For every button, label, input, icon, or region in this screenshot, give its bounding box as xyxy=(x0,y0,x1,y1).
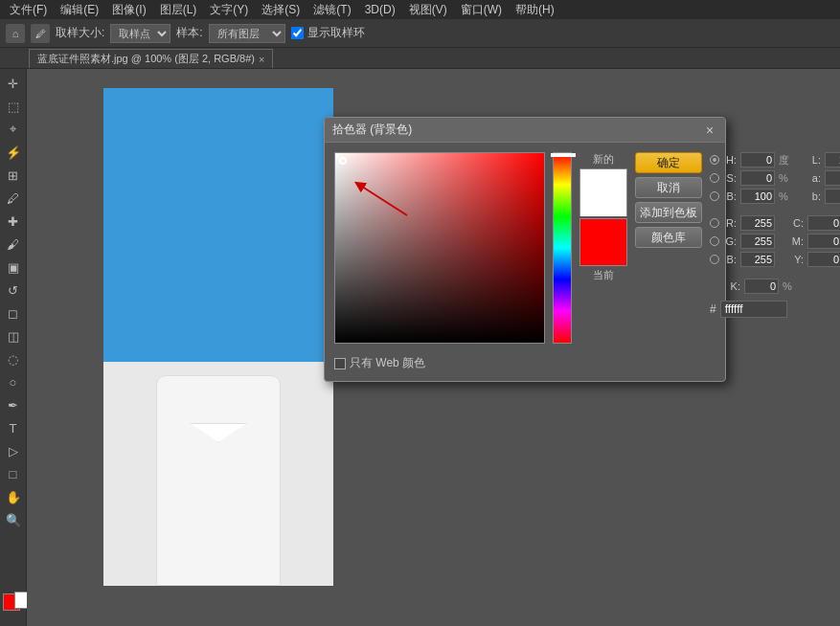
dialog-body: 只有 Web 颜色 新的 当前 确定 xyxy=(325,143,725,381)
a-label: a: xyxy=(807,172,821,184)
c-input[interactable] xyxy=(807,215,840,231)
eyedropper-tool[interactable]: 🖊 xyxy=(3,188,24,209)
show-ring-checkbox[interactable]: 显示取样环 xyxy=(291,25,365,41)
sat-input[interactable] xyxy=(740,170,775,186)
tab-close[interactable]: × xyxy=(259,54,264,65)
hue-radio[interactable] xyxy=(710,155,719,165)
y-input[interactable] xyxy=(807,252,840,267)
spectrum-bar[interactable] xyxy=(553,152,572,344)
color-swatches xyxy=(3,590,24,622)
tool-size-select[interactable]: 取样点 xyxy=(110,24,170,43)
k-input[interactable] xyxy=(744,279,779,294)
cancel-button[interactable]: 取消 xyxy=(635,177,702,198)
color-gradient-picker[interactable] xyxy=(334,152,545,344)
blue-row: B: Y: % xyxy=(710,252,840,267)
eraser-tool[interactable]: ◻ xyxy=(3,302,24,324)
web-safe-checkbox[interactable] xyxy=(334,358,346,369)
green-input[interactable] xyxy=(740,234,775,249)
new-color-label: 新的 xyxy=(593,152,614,167)
main-area: ✛ ⬚ ⌖ ⚡ ⊞ 🖊 ✚ 🖌 ▣ ↺ ◻ ◫ ◌ ○ ✒ T ▷ □ ✋ 🔍 xyxy=(0,69,840,626)
stamp-tool[interactable]: ▣ xyxy=(3,257,24,278)
dialog-close-button[interactable]: × xyxy=(702,123,717,138)
new-color-swatch xyxy=(579,168,627,216)
b3-input[interactable] xyxy=(825,189,840,204)
menu-help[interactable]: 帮助(H) xyxy=(510,0,560,20)
web-safe-label: 只有 Web 颜色 xyxy=(350,355,425,371)
r-label: R: xyxy=(723,217,737,229)
hex-input[interactable] xyxy=(720,301,787,318)
hue-input[interactable] xyxy=(740,152,775,168)
menu-text[interactable]: 文字(Y) xyxy=(204,0,254,20)
healing-tool[interactable]: ✚ xyxy=(3,211,24,232)
s-label: S: xyxy=(723,172,737,184)
menu-file[interactable]: 文件(F) xyxy=(4,0,53,20)
a-input[interactable] xyxy=(825,170,840,186)
text-tool[interactable]: T xyxy=(3,417,24,438)
red-row: R: C: % xyxy=(710,215,840,231)
dodge-tool[interactable]: ○ xyxy=(3,371,24,392)
marquee-tool[interactable]: ⬚ xyxy=(3,96,24,117)
web-safe-row: 只有 Web 颜色 xyxy=(334,355,545,371)
color-library-button[interactable]: 颜色库 xyxy=(635,227,702,248)
sample-select[interactable]: 所有图层 xyxy=(209,24,285,43)
tab-filename: 蓝底证件照素材.jpg @ 100% (图层 2, RGB/8#) xyxy=(37,52,255,66)
y-label: Y: xyxy=(790,254,804,265)
b-unit: % xyxy=(779,190,792,202)
canvas-area: 拾色器 (背景色) × xyxy=(27,69,840,626)
red-radio[interactable] xyxy=(710,218,719,228)
b-label: B: xyxy=(723,190,737,202)
color-picker-dialog[interactable]: 拾色器 (背景色) × xyxy=(324,117,726,382)
blue-input[interactable] xyxy=(740,252,775,267)
current-color-swatch xyxy=(579,218,627,266)
lasso-tool[interactable]: ⌖ xyxy=(3,119,24,140)
blur-tool[interactable]: ◌ xyxy=(3,348,24,369)
k-label: K: xyxy=(727,280,740,292)
brush-tool[interactable]: 🖌 xyxy=(3,234,24,255)
dialog-title-bar: 拾色器 (背景色) × xyxy=(325,118,725,143)
document-tab[interactable]: 蓝底证件照素材.jpg @ 100% (图层 2, RGB/8#) × xyxy=(29,49,273,68)
magic-wand-tool[interactable]: ⚡ xyxy=(3,142,24,163)
eyedropper-icon[interactable]: 🖉 xyxy=(31,24,50,43)
toolbar: ⌂ 🖉 取样大小: 取样点 样本: 所有图层 显示取样环 xyxy=(0,19,840,48)
blue-radio[interactable] xyxy=(710,255,719,264)
shape-tool[interactable]: □ xyxy=(3,463,24,484)
bright-radio[interactable] xyxy=(710,191,719,201)
menu-filter[interactable]: 滤镜(T) xyxy=(307,0,356,20)
m-input[interactable] xyxy=(807,234,840,249)
menu-edit[interactable]: 编辑(E) xyxy=(55,0,104,20)
menu-select[interactable]: 选择(S) xyxy=(256,0,306,20)
tool-size-label: 取样大小: xyxy=(56,25,104,41)
sat-radio[interactable] xyxy=(710,173,719,183)
menu-window[interactable]: 窗口(W) xyxy=(455,0,508,20)
green-radio[interactable] xyxy=(710,236,719,246)
l-input[interactable] xyxy=(825,152,840,168)
bright-input[interactable] xyxy=(740,189,775,204)
sat-row: S: % a: xyxy=(710,170,840,186)
h-label: H: xyxy=(723,154,737,166)
gradient-tool[interactable]: ◫ xyxy=(3,325,24,347)
hand-tool[interactable]: ✋ xyxy=(3,486,24,507)
c-label: C: xyxy=(790,217,804,229)
document-canvas xyxy=(103,88,333,586)
menu-view[interactable]: 视图(V) xyxy=(403,0,453,20)
menu-3d[interactable]: 3D(D) xyxy=(359,1,401,18)
buttons-col: 确定 取消 添加到色板 颜色库 xyxy=(635,152,702,371)
left-toolbar: ✛ ⬚ ⌖ ⚡ ⊞ 🖊 ✚ 🖌 ▣ ↺ ◻ ◫ ◌ ○ ✒ T ▷ □ ✋ 🔍 xyxy=(0,69,27,626)
pen-tool[interactable]: ✒ xyxy=(3,394,24,415)
k-row: K: % xyxy=(710,279,840,294)
ok-button[interactable]: 确定 xyxy=(635,152,702,173)
path-tool[interactable]: ▷ xyxy=(3,440,24,461)
k-unit: % xyxy=(783,280,796,292)
crop-tool[interactable]: ⊞ xyxy=(3,165,24,186)
sample-label: 样本: xyxy=(176,25,202,41)
menu-layer[interactable]: 图层(L) xyxy=(154,0,203,20)
red-input[interactable] xyxy=(740,215,775,231)
l-label: L: xyxy=(807,154,821,166)
history-tool[interactable]: ↺ xyxy=(3,279,24,301)
move-tool[interactable]: ✛ xyxy=(3,73,24,94)
home-icon: ⌂ xyxy=(6,24,25,43)
menu-image[interactable]: 图像(I) xyxy=(106,0,151,20)
add-to-swatches-button[interactable]: 添加到色板 xyxy=(635,202,702,223)
zoom-tool[interactable]: 🔍 xyxy=(3,509,24,530)
hex-row: # xyxy=(710,301,840,318)
